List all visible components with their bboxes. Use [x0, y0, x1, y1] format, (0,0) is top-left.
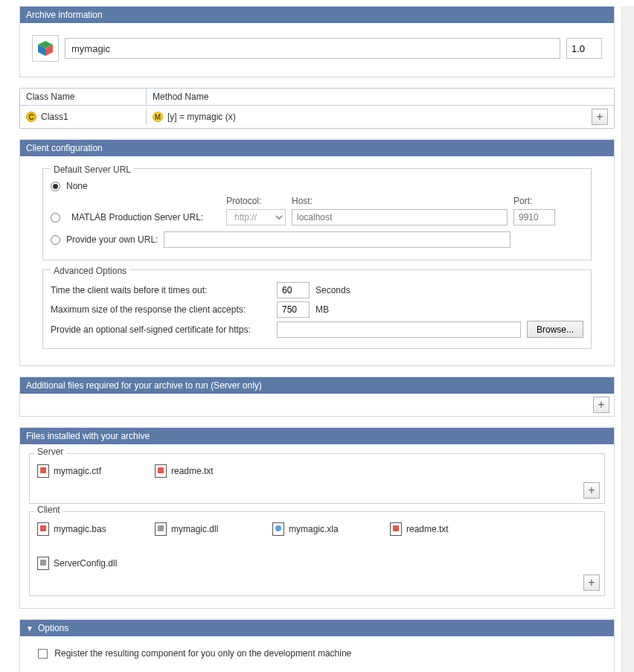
client-configuration-header: Client configuration — [20, 140, 614, 156]
server-files-row: mymagic.ctf readme.txt — [30, 464, 604, 482]
file-item[interactable]: mymagic.ctf — [37, 464, 134, 478]
server-files-legend: Server — [34, 447, 66, 457]
file-item[interactable]: mymagic.bas — [37, 522, 134, 536]
maxsize-input[interactable] — [277, 301, 310, 318]
timeout-unit: Seconds — [316, 285, 350, 295]
advanced-options-legend: Advanced Options — [51, 266, 129, 276]
add-server-file-button[interactable]: + — [583, 482, 600, 499]
client-files-row: mymagic.bas mymagic.dll mymagic.xla read… — [30, 522, 604, 575]
files-installed-title: Files installed with your archive — [26, 431, 150, 441]
matlab-cube-icon — [36, 39, 55, 58]
method-badge-icon: M — [153, 112, 163, 122]
client-files-group: Client mymagic.bas mymagic.dll mymagic.x… — [29, 511, 605, 596]
default-server-url-legend: Default Server URL — [51, 164, 134, 175]
class-method-row[interactable]: C Class1 M [y] = mymagic (x) + — [20, 106, 614, 128]
file-item[interactable]: mymagic.xla — [272, 522, 369, 536]
options-header[interactable]: ▼ Options — [20, 620, 614, 636]
default-server-url-fieldset: Default Server URL None Protocol: Host: … — [42, 168, 592, 260]
archive-information-title: Archive information — [26, 10, 103, 20]
additional-files-section: Additional files required for your archi… — [19, 377, 615, 417]
file-name: readme.txt — [171, 466, 214, 476]
timeout-input[interactable] — [277, 282, 310, 298]
class-name-header: Class Name — [20, 89, 147, 105]
file-item[interactable]: mymagic.dll — [155, 522, 252, 536]
register-component-checkbox[interactable] — [38, 649, 48, 659]
class-badge-icon: C — [26, 112, 36, 122]
file-icon — [272, 522, 284, 536]
class-name-value: Class1 — [41, 112, 68, 122]
host-input[interactable] — [292, 209, 507, 225]
file-name: mymagic.bas — [54, 524, 106, 534]
cert-input[interactable] — [277, 321, 521, 338]
file-icon — [37, 522, 49, 536]
method-name-header: Method Name — [147, 89, 614, 105]
cert-label: Provide an optional self-signed certific… — [51, 324, 271, 335]
host-label: Host: — [292, 196, 507, 206]
file-icon — [37, 464, 49, 478]
file-name: mymagic.ctf — [54, 466, 101, 476]
archive-name-input[interactable] — [65, 38, 560, 59]
advanced-options-fieldset: Advanced Options Time the client waits b… — [42, 269, 592, 349]
options-section: ▼ Options Register the resulting compone… — [19, 619, 615, 672]
url-option-own-label: Provide your own URL: — [66, 234, 158, 245]
file-icon — [155, 464, 167, 478]
protocol-select[interactable]: http:// — [226, 209, 286, 225]
own-url-input[interactable] — [164, 231, 510, 248]
cert-browse-button[interactable]: Browse... — [527, 321, 583, 338]
client-files-legend: Client — [34, 505, 63, 515]
additional-files-title: Additional files required for your archi… — [26, 380, 262, 391]
file-item[interactable]: readme.txt — [155, 464, 252, 478]
url-option-none-radio[interactable] — [51, 182, 60, 191]
client-configuration-title: Client configuration — [26, 143, 103, 153]
file-item[interactable]: ServerConfig.dll — [37, 557, 134, 570]
file-name: mymagic.dll — [171, 524, 218, 534]
archive-icon-box[interactable] — [32, 35, 59, 62]
method-name-value: [y] = mymagic (x) — [167, 112, 236, 122]
url-option-none-label: None — [66, 181, 88, 191]
port-input[interactable] — [513, 209, 555, 225]
url-option-mps-label: MATLAB Production Server URL: — [71, 212, 220, 223]
maxsize-label: Maximum size of the response the client … — [51, 304, 271, 315]
timeout-label: Time the client waits before it times ou… — [51, 285, 271, 295]
archive-version-input[interactable] — [566, 38, 602, 59]
file-item[interactable]: readme.txt — [390, 522, 487, 536]
files-installed-header: Files installed with your archive — [20, 428, 614, 444]
file-name: readme.txt — [406, 524, 449, 534]
file-name: ServerConfig.dll — [54, 558, 117, 569]
add-method-button[interactable]: + — [592, 109, 608, 125]
file-icon — [155, 522, 167, 536]
class-method-table: Class Name Method Name C Class1 M [y] = … — [19, 88, 615, 129]
file-icon — [37, 557, 49, 570]
server-files-group: Server mymagic.ctf readme.txt + — [29, 453, 605, 504]
file-icon — [390, 522, 402, 536]
archive-information-section: Archive information — [19, 6, 615, 77]
protocol-label: Protocol: — [226, 196, 286, 206]
register-component-label: Register the resulting component for you… — [54, 648, 351, 659]
url-option-own-radio[interactable] — [51, 235, 60, 245]
port-label: Port: — [513, 196, 555, 206]
client-configuration-section: Client configuration Default Server URL … — [19, 139, 615, 366]
chevron-down-icon: ▼ — [26, 624, 33, 633]
vertical-scrollbar[interactable] — [621, 6, 634, 672]
url-option-mps-radio[interactable] — [51, 213, 60, 223]
files-installed-section: Files installed with your archive Server… — [19, 427, 615, 609]
archive-information-header: Archive information — [20, 7, 614, 23]
add-client-file-button[interactable]: + — [583, 575, 600, 591]
options-title: Options — [38, 623, 68, 633]
file-name: mymagic.xla — [289, 524, 339, 534]
additional-files-header: Additional files required for your archi… — [20, 377, 614, 394]
add-additional-file-button[interactable]: + — [593, 397, 609, 413]
maxsize-unit: MB — [316, 304, 329, 315]
